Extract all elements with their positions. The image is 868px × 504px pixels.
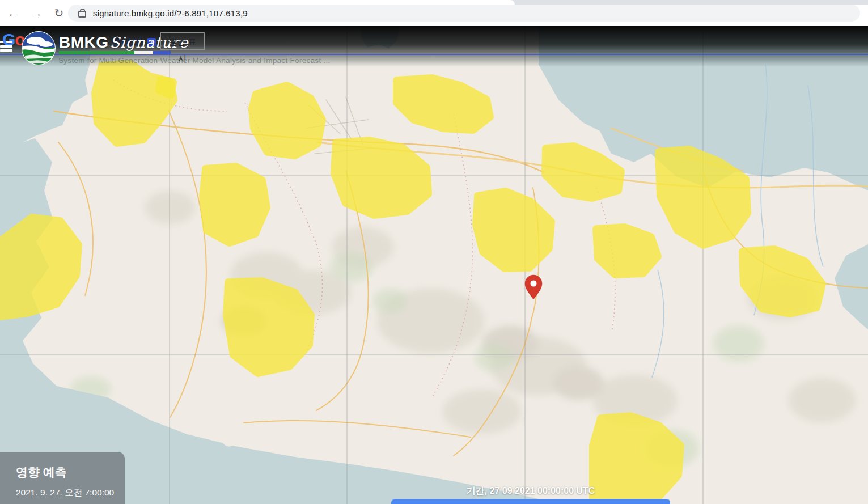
tab-curve bbox=[492, 0, 515, 5]
underline-green bbox=[59, 51, 134, 54]
warning-polygon[interactable] bbox=[252, 86, 322, 155]
reload-button[interactable]: ↻ bbox=[50, 4, 68, 22]
panel-datetime: 2021. 9. 27. 오전 7:00:00 bbox=[16, 487, 114, 499]
back-button[interactable]: ← bbox=[5, 4, 23, 22]
warning-polygon[interactable] bbox=[159, 80, 173, 95]
underline-blue bbox=[153, 51, 171, 54]
show-original-button[interactable]: 원본 표시 bbox=[160, 32, 205, 50]
map-page: Goo 한국어 ▼ BMKGSignatu bbox=[0, 26, 868, 504]
site-header: Goo 한국어 ▼ BMKGSignatu bbox=[0, 26, 868, 67]
lock-icon[interactable] bbox=[78, 11, 86, 18]
impact-forecast-panel: 영향 예측 2021. 9. 27. 오전 7:00:00 bbox=[0, 452, 125, 504]
period-label: 기간, 27 09 2021 00:00:00 UTC bbox=[467, 485, 595, 497]
underline-white bbox=[134, 51, 153, 54]
url-bar[interactable]: signature.bmkg.go.id/?-6.891,107.613,9 bbox=[68, 5, 860, 22]
warning-polygon[interactable] bbox=[596, 227, 658, 274]
panel-title: 영향 예측 bbox=[16, 464, 67, 480]
weather-impact-map[interactable] bbox=[0, 26, 868, 504]
screenshot-root: ← → ↻ signature.bmkg.go.id/?-6.891,107.6… bbox=[0, 0, 868, 504]
warning-polygon[interactable] bbox=[227, 281, 311, 373]
brand-bmkg: BMKG bbox=[59, 33, 109, 51]
url-text[interactable]: signature.bmkg.go.id/?-6.891,107.613,9 bbox=[93, 9, 248, 18]
forward-button[interactable]: → bbox=[27, 4, 45, 22]
tab-strip bbox=[492, 0, 868, 5]
warning-polygon[interactable] bbox=[203, 167, 266, 243]
timeline-bar[interactable] bbox=[391, 499, 670, 504]
bmkg-logo bbox=[21, 31, 56, 66]
warning-polygon[interactable] bbox=[593, 416, 680, 504]
site-subtitle: System for Multi Generation Weather Mode… bbox=[58, 56, 331, 65]
